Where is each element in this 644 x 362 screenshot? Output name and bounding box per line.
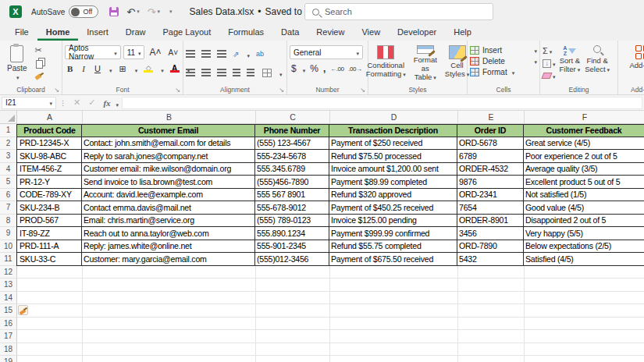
cell-E9[interactable]: 3456 [457,227,524,240]
cell-F19[interactable] [525,356,644,362]
cell-F17[interactable] [525,330,644,343]
cell-D12[interactable] [330,266,458,279]
cell-E17[interactable] [458,330,525,343]
dialog-launcher-icon[interactable]: ↘ [54,87,59,94]
redo-button[interactable]: ↷▾ [148,6,160,18]
cell-A4[interactable]: ITEM-456-Z [16,163,82,176]
cell-F10[interactable]: Below expectations (2/5) [524,240,644,254]
cell-C6[interactable]: 555 567 8901 [255,189,329,202]
tab-view[interactable]: View [353,25,389,41]
row-header-2[interactable]: 2 [0,137,17,151]
dialog-launcher-icon[interactable]: ↘ [279,87,284,94]
decrease-indent-icon[interactable] [233,69,240,76]
cell-B18[interactable] [83,343,256,357]
search-input[interactable]: Search [304,3,493,20]
cell-A12[interactable] [17,266,83,279]
row-header-8[interactable]: 8 [0,215,17,228]
cell-F6[interactable]: Not satisfied (1/5) [524,189,644,202]
bold-button[interactable]: B [65,64,75,73]
cell-C11[interactable]: (555)012-3456 [255,253,329,266]
addins-button[interactable]: Add-ins [626,44,644,83]
cell-F2[interactable]: Great service (4/5) [524,137,644,151]
cell-A3[interactable]: SKU-98-ABC [16,150,82,163]
column-header-A[interactable]: A [17,111,83,123]
column-header-B[interactable]: B [83,111,256,123]
cell-F3[interactable]: Poor experience 2 out of 5 [524,150,644,163]
format-painter-icon[interactable] [35,72,44,80]
cell-D5[interactable]: Payment $89.99 completed [329,176,457,189]
orientation-icon[interactable]: ⇗ [233,50,239,59]
align-middle-icon[interactable] [201,50,211,58]
cell-A17[interactable] [17,330,83,343]
cell-A10[interactable]: PRD-111-A [16,240,82,254]
cell-C19[interactable] [256,356,330,362]
cell-D19[interactable] [330,356,458,362]
cell-E3[interactable]: 6789 [457,150,524,163]
row-header-11[interactable]: 11 [0,253,17,266]
cell-B19[interactable] [83,356,256,362]
column-header-E[interactable]: E [458,111,525,123]
column-header-F[interactable]: F [525,111,644,123]
align-right-icon[interactable] [217,69,226,76]
shrink-font-button[interactable]: A˅ [165,48,180,57]
cell-E8[interactable]: ORDER-8901 [457,215,524,228]
cell-A16[interactable] [17,318,83,331]
cell-A8[interactable]: PROD-567 [16,215,82,228]
autosave-toggle[interactable]: Off [69,5,98,18]
row-header-18[interactable]: 18 [0,343,17,357]
cell-F14[interactable] [525,292,644,305]
align-left-icon[interactable] [186,69,195,76]
cell-D8[interactable]: Invoice $125.00 pending [329,215,457,228]
row-header-4[interactable]: 4 [0,163,17,176]
cell-A11[interactable]: SKU-33-C [16,253,82,266]
cell-F5[interactable]: Excellent product 5 out of 5 [524,176,644,189]
excel-app-icon[interactable]: X [9,5,22,18]
cell-D13[interactable] [330,279,458,292]
cell-F4[interactable]: Average quality (3/5) [524,163,644,176]
italic-button[interactable]: I [80,64,87,73]
cell-E19[interactable] [458,356,525,362]
cell-B6[interactable]: Account: david.lee@example.com [82,189,255,202]
row-header-15[interactable]: 15 [0,304,17,318]
tab-data[interactable]: Data [272,25,308,41]
cell-C5[interactable]: (555)456-7890 [255,176,329,189]
cell-B13[interactable] [83,279,256,292]
cell-C10[interactable]: 555-901-2345 [255,240,329,254]
increase-decimal-button[interactable]: ←.00 [330,66,343,73]
cell-B11[interactable]: Customer: mary.garcia@email.com [82,253,255,266]
row-header-9[interactable]: 9 [0,227,17,240]
cell-F11[interactable]: Satisfied (4/5) [524,253,644,266]
cell-C12[interactable] [256,266,330,279]
enter-icon[interactable]: ✓ [84,98,99,108]
paste-button[interactable]: Paste [2,44,32,83]
dialog-launcher-icon[interactable]: ↘ [360,87,365,94]
percent-style-button[interactable]: % [310,63,318,74]
autosum-button[interactable]: Σ [543,46,556,55]
tab-review[interactable]: Review [308,25,353,41]
fill-button[interactable]: ↓ [543,59,556,68]
cell-D14[interactable] [330,292,458,305]
cell-E6[interactable]: ORD-2341 [457,189,524,202]
cell-B1[interactable]: Customer Email [82,124,255,137]
cell-B5[interactable]: Send invoice to lisa.brown@test.com [82,176,255,189]
cell-B14[interactable] [83,292,256,305]
paste-options-button[interactable] [18,305,28,315]
namebox-resize-handle[interactable]: ⋮ [56,99,69,107]
cell-F9[interactable]: Very happy (5/5) [524,227,644,240]
increase-indent-icon[interactable] [247,69,254,76]
cell-E13[interactable] [458,279,525,292]
undo-button[interactable]: ↶▾ [126,6,139,18]
row-header-1[interactable]: 1 [0,124,17,137]
formula-input[interactable] [122,97,642,109]
cell-F18[interactable] [525,343,644,357]
cell-A2[interactable]: PRD-12345-X [16,137,82,151]
dialog-launcher-icon[interactable]: ↘ [175,87,180,94]
cell-A19[interactable] [17,356,83,362]
cell-A5[interactable]: PR-12-Y [16,176,82,189]
cut-icon[interactable]: ✂ [35,45,44,55]
cell-D16[interactable] [330,318,458,331]
cell-C16[interactable] [256,318,330,331]
number-format-select[interactable]: General [290,45,363,59]
tab-developer[interactable]: Developer [389,25,445,41]
cell-E5[interactable]: 9876 [457,176,524,189]
